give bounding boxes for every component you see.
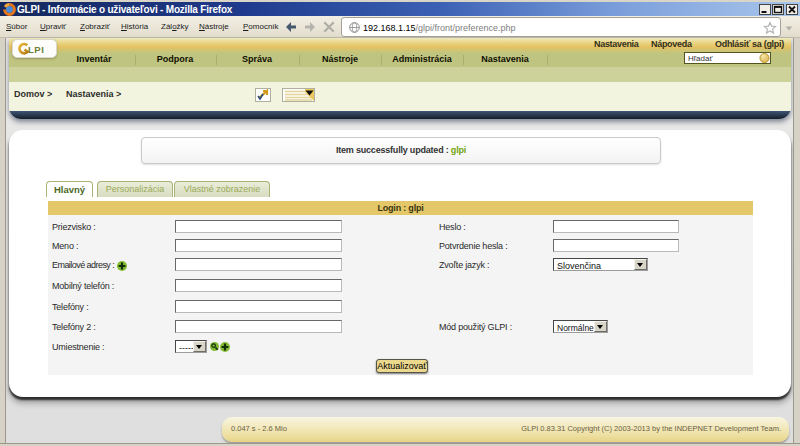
svg-text:LPI: LPI [28, 44, 44, 55]
